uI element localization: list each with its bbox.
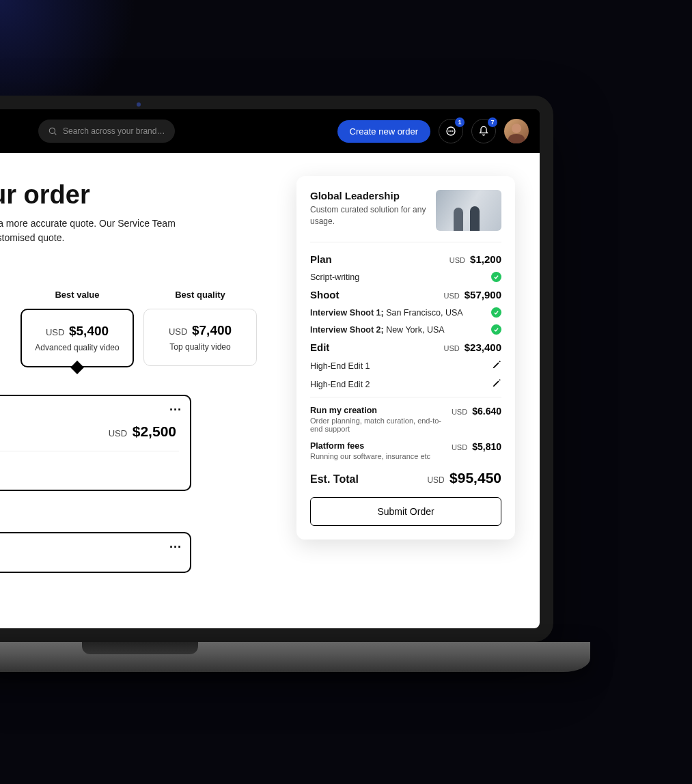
edit-header-row: Edit USD $23,400 bbox=[310, 341, 501, 353]
package-option bbox=[0, 290, 11, 367]
main-area: e your order g fields to get a more accu… bbox=[0, 153, 280, 589]
page-subtitle: g fields to get a more accurate quote. O… bbox=[0, 216, 266, 245]
divider bbox=[310, 397, 501, 397]
edit-item-label: High-End Edit 2 bbox=[310, 380, 370, 389]
create-new-order-button[interactable]: Create new order bbox=[337, 120, 430, 143]
fee-sub: Running our software, insurance etc bbox=[310, 452, 446, 460]
package-option-best-quality: Best quality USD $7,400 Top quality vide… bbox=[143, 290, 257, 367]
plan-amount: USD $1,200 bbox=[449, 253, 501, 265]
line-item-price: USD $2,500 bbox=[0, 407, 179, 451]
topbar: Search across your brand… Create new ord… bbox=[0, 109, 540, 153]
content-area: e your order g fields to get a more accu… bbox=[0, 153, 540, 628]
edit-amount: USD $23,400 bbox=[443, 341, 501, 353]
shoot-header-row: Shoot USD $57,900 bbox=[310, 289, 501, 300]
plan-item-script-writing: Script-writing bbox=[310, 272, 501, 282]
summary-title: Global Leadership bbox=[310, 190, 428, 201]
shoot-label: Shoot bbox=[310, 289, 340, 300]
shoot-item-label: Interview Shoot 2; New York, USA bbox=[310, 325, 445, 335]
total-amount: USD $95,450 bbox=[427, 470, 501, 486]
edit-label: Edit bbox=[310, 341, 329, 353]
bell-icon bbox=[478, 126, 489, 137]
fee-run-my-creation: Run my creation Order planning, match cu… bbox=[310, 406, 501, 433]
package-option-best-value: Best value USD $5,400 Advanced quality v… bbox=[20, 290, 134, 367]
laptop-frame: Search across your brand… Create new ord… bbox=[0, 96, 553, 642]
total-row: Est. Total USD $95,450 bbox=[310, 470, 501, 486]
svg-point-5 bbox=[452, 131, 453, 132]
notifications-button[interactable]: 7 bbox=[471, 119, 496, 143]
laptop-notch bbox=[82, 642, 198, 654]
package-tag: Best quality bbox=[143, 290, 257, 302]
check-icon bbox=[491, 272, 501, 282]
shoot-item-label: Interview Shoot 1; San Francisco, USA bbox=[310, 308, 463, 318]
page-title: e your order bbox=[0, 180, 266, 210]
edit-pen-icon[interactable] bbox=[492, 378, 501, 390]
edit-pen-icon[interactable] bbox=[492, 360, 501, 372]
notifications-badge: 7 bbox=[488, 117, 497, 127]
more-icon[interactable]: ··· bbox=[169, 403, 182, 417]
search-input[interactable]: Search across your brand… bbox=[38, 120, 175, 143]
line-item-card-secondary[interactable]: ··· bbox=[0, 532, 191, 573]
shoot-item-2: Interview Shoot 2; New York, USA bbox=[310, 324, 501, 335]
summary-thumbnail bbox=[436, 190, 501, 231]
package-tag bbox=[0, 290, 11, 302]
chat-icon bbox=[445, 126, 456, 137]
search-icon bbox=[48, 126, 57, 136]
shoot-item-1: Interview Shoot 1; San Francisco, USA bbox=[310, 307, 501, 318]
shoot-amount: USD $57,900 bbox=[443, 289, 501, 300]
plan-item-label: Script-writing bbox=[310, 272, 359, 282]
package-desc: Top quality video bbox=[151, 342, 249, 352]
submit-order-button[interactable]: Submit Order bbox=[310, 497, 501, 526]
line-item-card[interactable]: ··· USD $2,500 bbox=[0, 395, 191, 491]
package-card-best-value[interactable]: USD $5,400 Advanced quality video bbox=[20, 309, 134, 367]
edit-item-label: High-End Edit 1 bbox=[310, 361, 370, 371]
avatar[interactable] bbox=[504, 119, 529, 143]
order-summary-card: Global Leadership Custom curated solutio… bbox=[296, 176, 515, 540]
svg-line-1 bbox=[55, 133, 57, 135]
messages-badge: 1 bbox=[455, 117, 465, 127]
svg-point-0 bbox=[49, 128, 55, 133]
svg-point-3 bbox=[449, 131, 449, 132]
fee-amount: USD $6.640 bbox=[452, 406, 501, 417]
plan-label: Plan bbox=[310, 253, 332, 265]
fee-sub: Order planning, match curation, end-to-e… bbox=[310, 417, 446, 433]
camera-dot bbox=[137, 102, 141, 107]
messages-button[interactable]: 1 bbox=[439, 119, 463, 143]
package-price: USD $5,400 bbox=[29, 324, 126, 339]
package-tag: Best value bbox=[20, 290, 134, 302]
check-icon bbox=[491, 324, 501, 335]
summary-header: Global Leadership Custom curated solutio… bbox=[310, 190, 501, 242]
package-row: Best value USD $5,400 Advanced quality v… bbox=[0, 290, 266, 367]
package-price: USD $7,400 bbox=[151, 323, 249, 338]
fee-title: Platform fees bbox=[310, 441, 446, 451]
package-section-label: ge bbox=[0, 264, 266, 279]
more-icon[interactable]: ··· bbox=[169, 540, 182, 555]
svg-point-4 bbox=[451, 131, 452, 132]
total-label: Est. Total bbox=[310, 473, 359, 486]
check-icon bbox=[491, 307, 501, 318]
edit-item-1: High-End Edit 1 bbox=[310, 360, 501, 372]
search-placeholder: Search across your brand… bbox=[63, 126, 165, 136]
fee-amount: USD $5,810 bbox=[452, 441, 501, 452]
package-card-best-quality[interactable]: USD $7,400 Top quality video bbox=[143, 309, 257, 366]
package-desc: Advanced quality video bbox=[29, 343, 126, 352]
screen: Search across your brand… Create new ord… bbox=[0, 109, 540, 628]
plan-header-row: Plan USD $1,200 bbox=[310, 253, 501, 265]
fee-title: Run my creation bbox=[310, 406, 446, 415]
fee-platform: Platform fees Running our software, insu… bbox=[310, 441, 501, 460]
edit-item-2: High-End Edit 2 bbox=[310, 378, 501, 390]
summary-subtitle: Custom curated solution for any usage. bbox=[310, 204, 428, 227]
